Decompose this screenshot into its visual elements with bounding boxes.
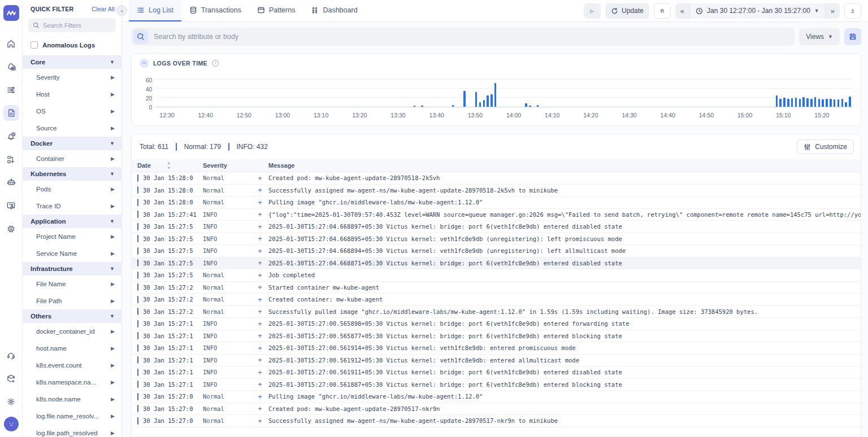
expand-plus-icon[interactable]: + [251,404,268,413]
table-row[interactable]: 30 Jan 15:27:5INFO+2025-01-30T15:27:04.6… [132,233,861,246]
chart-bar[interactable] [463,91,466,107]
tab-patterns[interactable]: Patterns [249,0,303,21]
infrastructure-icon[interactable] [3,59,19,75]
chart-bar[interactable] [779,99,782,107]
expand-plus-icon[interactable]: + [251,210,268,218]
chart-bar[interactable] [529,106,531,107]
chart-bar[interactable] [494,83,497,107]
expand-plus-icon[interactable]: + [251,283,268,291]
table-row[interactable]: 30 Jan 15:27:1INFO+2025-01-30T15:27:00.5… [132,355,861,367]
table-row[interactable]: 30 Jan 15:27:1INFO+2025-01-30T15:27:00.5… [132,330,861,343]
table-row[interactable]: 30 Jan 15:27:2Normal+Started container m… [132,282,861,294]
expand-plus-icon[interactable]: + [251,198,268,207]
expand-plus-icon[interactable]: + [251,174,268,182]
expand-plus-icon[interactable]: + [251,222,268,231]
filter-item-k8s-node-name[interactable]: k8s.node.name▶ [23,391,121,408]
filter-item-k8s-namespace-na-[interactable]: k8s.namespace.na...▶ [23,374,121,391]
chart-bar[interactable] [537,105,539,107]
alerts-bell-icon[interactable] [3,128,19,144]
table-row[interactable]: 30 Jan 15:28:0Normal+Pulling image "ghcr… [132,196,861,209]
middleware-logo[interactable] [3,5,19,21]
expand-plus-icon[interactable]: + [251,186,268,194]
filter-item-os[interactable]: OS▶ [23,103,121,120]
filter-section-infrastructure[interactable]: Infrastructure▼ [23,262,121,276]
expand-plus-icon[interactable]: + [251,234,268,243]
expand-plus-icon[interactable]: + [251,344,268,352]
column-header-severity[interactable]: Severity [203,162,251,169]
chart-bar[interactable] [802,97,805,107]
expand-plus-icon[interactable]: + [251,380,268,388]
chart-bar[interactable] [791,98,793,107]
table-row[interactable]: 30 Jan 15:27:1INFO+2025-01-30T15:27:00.5… [132,366,861,379]
filter-item-k8s-event-count[interactable]: k8s.event.count▶ [23,357,121,374]
time-shift-forward-button[interactable]: » [826,3,840,19]
filter-section-docker[interactable]: Docker▼ [23,137,121,150]
sidebar-collapse-button[interactable]: ‹ [116,5,127,16]
session-user-icon[interactable] [3,198,19,213]
filter-section-kubernetes[interactable]: Kubernetes▼ [23,167,121,181]
expand-plus-icon[interactable]: + [251,271,268,279]
update-button[interactable]: Update [605,3,649,19]
log-search-input[interactable] [154,33,790,41]
export-button[interactable] [844,3,861,19]
filter-item-log-file-name-resolv-[interactable]: log.file.name_resolv...▶ [23,408,121,425]
column-header-message[interactable]: Message [268,162,861,169]
chart-bar[interactable] [414,106,416,107]
chart-bar[interactable] [487,95,489,107]
table-row[interactable]: 30 Jan 15:28:0Normal+Created pod: mw-kub… [132,172,861,185]
chart-bar[interactable] [799,99,801,107]
table-row[interactable]: 30 Jan 15:27:41INFO+{"log":"time=2025-01… [132,209,861,221]
expand-plus-icon[interactable]: + [251,295,268,304]
chart-bar[interactable] [837,99,840,107]
expand-plus-icon[interactable]: + [251,247,268,255]
chart-bar[interactable] [475,92,478,107]
filter-item-service-name[interactable]: Service Name▶ [23,245,121,262]
filter-item-file-name[interactable]: File Name▶ [23,276,121,292]
chart-bar[interactable] [795,98,797,107]
chart-collapse-button[interactable]: − [140,59,149,68]
table-row[interactable]: 30 Jan 15:27:1INFO+2025-01-30T15:27:00.5… [132,318,861,330]
chart-bar[interactable] [841,99,844,107]
table-row[interactable]: 30 Jan 15:27:5INFO+2025-01-30T15:27:04.6… [132,245,861,257]
expand-plus-icon[interactable]: + [251,259,268,267]
chart-bar[interactable] [452,105,454,107]
table-row[interactable]: 30 Jan 15:27:0Normal+Successfully assign… [132,415,861,427]
tab-log-list[interactable]: Log List [129,0,181,21]
filter-item-file-path[interactable]: File Path▶ [23,292,121,309]
filter-section-application[interactable]: Application▼ [23,215,121,228]
filter-item-pods[interactable]: Pods▶ [23,181,121,198]
expand-plus-icon[interactable]: + [251,356,268,364]
table-row[interactable]: 30 Jan 15:27:2Normal+Created container: … [132,294,861,306]
filter-item-trace-id[interactable]: Trace ID▶ [23,198,121,215]
processor-chip-icon[interactable] [3,221,19,237]
sort-icon[interactable]: ▲▼ [167,160,171,171]
time-range-picker[interactable]: Jan 30 12:27:00 - Jan 30 15:27:00 ▼ [689,3,826,19]
chart-bar[interactable] [806,98,809,107]
user-avatar[interactable] [4,417,19,431]
table-row[interactable]: 30 Jan 15:27:5INFO+2025-01-30T15:27:04.6… [132,221,861,233]
filter-item-source[interactable]: Source▶ [23,120,121,137]
expand-plus-icon[interactable]: + [251,331,268,340]
chart-bar[interactable] [822,99,824,107]
chart-bar[interactable] [845,102,847,107]
chart-bar[interactable] [479,102,481,107]
filter-item-log-file-path-resolved[interactable]: log.file.path_resolved▶ [23,425,121,437]
clear-all-link[interactable]: Clear All [92,6,115,12]
chart-bar[interactable] [776,95,778,107]
chart-bar[interactable] [818,99,821,107]
home-icon[interactable] [3,36,19,51]
tab-transactions[interactable]: Transactions [181,0,249,21]
chart-bar[interactable] [826,99,828,107]
filter-item-project-name[interactable]: Project Name▶ [23,228,121,245]
filter-section-others[interactable]: Others▼ [23,309,121,323]
filter-search-input[interactable] [43,22,105,29]
expand-plus-icon[interactable]: + [251,392,268,401]
expand-plus-icon[interactable]: + [251,320,268,328]
chart-bar[interactable] [783,98,785,107]
filter-item-severity[interactable]: Severity▶ [23,69,121,86]
expand-plus-icon[interactable]: + [251,368,268,377]
chart-bar[interactable] [810,99,813,107]
filter-item-host[interactable]: Host▶ [23,86,121,103]
settings-gear-icon[interactable] [3,394,19,409]
support-headset-icon[interactable] [3,347,19,363]
